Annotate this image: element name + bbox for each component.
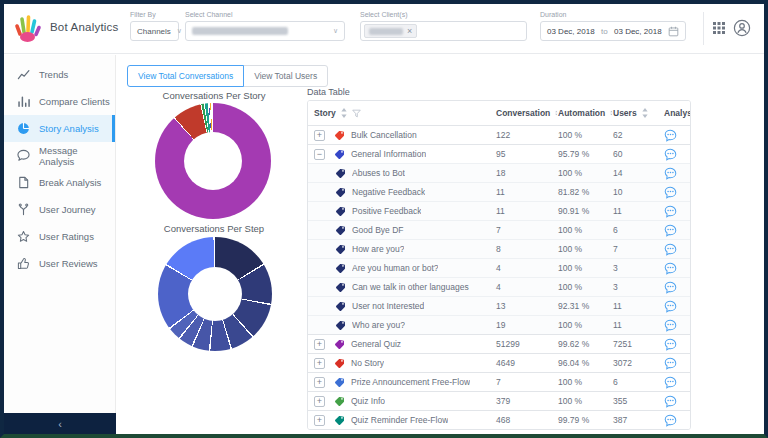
collapse-icon[interactable]: −	[314, 149, 325, 160]
tab-view-total-conversations[interactable]: View Total Conversations	[127, 65, 244, 87]
client-tag: ×	[364, 24, 417, 38]
analyse-chat-icon[interactable]	[664, 148, 677, 161]
tag-icon	[334, 358, 345, 369]
sidebar-item-compare-clients[interactable]: Compare Clients	[4, 88, 115, 115]
table-row: +Quiz Reminder Free-Flow46899.79 %387	[308, 410, 690, 429]
sidebar-collapse-bar[interactable]: ‹	[4, 413, 116, 434]
sidebar-item-label: Break Analysis	[39, 177, 101, 188]
table-row: −General Information9595.79 %60	[308, 144, 690, 163]
expand-icon[interactable]: +	[314, 358, 325, 369]
sidebar-item-story-analysis[interactable]: Story Analysis	[4, 115, 115, 142]
tag-icon	[335, 301, 346, 312]
sidebar-item-user-reviews[interactable]: User Reviews	[4, 250, 115, 277]
analyse-chat-icon[interactable]	[664, 357, 677, 370]
automation-value: 100 %	[558, 377, 613, 387]
sidebar-item-break-analysis[interactable]: Break Analysis	[4, 169, 115, 196]
expand-icon[interactable]: +	[314, 377, 325, 388]
user-account-icon[interactable]	[733, 19, 751, 37]
users-value: 11	[613, 320, 656, 330]
automation-value: 92.31 %	[558, 301, 613, 311]
sidebar-item-user-journey[interactable]: User Journey	[4, 196, 115, 223]
sidebar-item-user-ratings[interactable]: User Ratings	[4, 223, 115, 250]
analyse-chat-icon[interactable]	[664, 376, 677, 389]
table-row: +Prize Announcement Free-Flow7100 %6	[308, 372, 690, 391]
analyse-chat-icon[interactable]	[664, 338, 677, 351]
expand-icon[interactable]: +	[314, 339, 325, 350]
sort-icon[interactable]	[341, 108, 347, 118]
apps-grid-icon[interactable]	[712, 21, 726, 35]
analyse-chat-icon[interactable]	[664, 129, 677, 142]
tag-icon	[335, 244, 346, 255]
automation-value: 100 %	[558, 282, 613, 292]
story-name: Can we talk in other languages	[352, 282, 469, 292]
users-value: 14	[613, 168, 656, 178]
col-header-users: Users	[613, 108, 637, 118]
filter-by-label: Filter By	[130, 11, 179, 18]
analyse-chat-icon[interactable]	[664, 281, 677, 294]
sort-icon[interactable]	[642, 108, 648, 118]
sidebar: TrendsCompare ClientsStory AnalysisMessa…	[4, 55, 116, 434]
sidebar-item-trends[interactable]: Trends	[4, 61, 115, 88]
analyse-chat-icon[interactable]	[664, 414, 677, 427]
select-channel-input[interactable]: ∨	[185, 21, 345, 41]
select-channel-label: Select Channel	[185, 11, 345, 18]
select-clients-input[interactable]: ×	[360, 21, 527, 41]
table-header-row: Story Conversation Automation Users	[308, 101, 690, 125]
analyse-chat-icon[interactable]	[664, 224, 677, 237]
automation-value: 99.62 %	[558, 339, 613, 349]
expand-icon[interactable]: +	[314, 396, 325, 407]
story-name: Bulk Cancellation	[351, 130, 417, 140]
analyse-chat-icon[interactable]	[664, 205, 677, 218]
story-name: Abuses to Bot	[352, 168, 405, 178]
redacted-channel-text	[192, 27, 288, 35]
table-row: Negative Feedback1181.82 %10	[308, 182, 690, 201]
automation-value: 100 %	[558, 320, 613, 330]
story-name: Prize Announcement Free-Flow	[351, 377, 470, 387]
duration-range-picker[interactable]: 03 Dec, 2018 to 03 Dec, 2018	[540, 21, 686, 41]
sidebar-nav: TrendsCompare ClientsStory AnalysisMessa…	[4, 61, 115, 277]
conversation-value: 7	[496, 225, 558, 235]
date-from[interactable]: 03 Dec, 2018	[547, 27, 595, 36]
filter-icon[interactable]	[352, 109, 361, 118]
remove-client-icon[interactable]: ×	[407, 27, 412, 36]
automation-value: 100 %	[558, 130, 613, 140]
analyse-chat-icon[interactable]	[664, 167, 677, 180]
collapse-arrow-icon: ‹	[58, 418, 62, 430]
story-name: General Quiz	[351, 339, 401, 349]
table-row: +Quiz Info379100 %355	[308, 391, 690, 410]
analyse-chat-icon[interactable]	[664, 395, 677, 408]
brand-logo-hand-icon	[14, 13, 42, 43]
sidebar-item-label: Trends	[39, 69, 68, 80]
table-row: +Bulk Cancellation122100 %62	[308, 125, 690, 144]
expand-icon[interactable]: +	[314, 130, 325, 141]
date-to[interactable]: 03 Dec, 2018	[614, 27, 662, 36]
users-value: 7251	[613, 339, 656, 349]
sidebar-item-message-analysis[interactable]: Message Analysis	[4, 142, 115, 169]
analyse-chat-icon[interactable]	[664, 186, 677, 199]
filter-by-select[interactable]: Channels ∨	[130, 21, 179, 41]
col-header-analyse: Analyse	[664, 108, 691, 118]
tag-icon	[335, 225, 346, 236]
users-value: 7	[613, 244, 656, 254]
duration-label: Duration	[540, 11, 686, 18]
chart-title-conversations-per-step: Conversations Per Step	[133, 223, 295, 234]
analyse-chat-icon[interactable]	[664, 319, 677, 332]
table-row: Who are you?19100 %11	[308, 315, 690, 334]
table-row: Are you human or bot?4100 %3	[308, 258, 690, 277]
analyse-chat-icon[interactable]	[664, 300, 677, 313]
message-icon	[17, 149, 30, 162]
sidebar-item-label: Story Analysis	[39, 123, 99, 134]
automation-value: 100 %	[558, 263, 613, 273]
analyse-chat-icon[interactable]	[664, 243, 677, 256]
tab-view-total-users[interactable]: View Total Users	[243, 65, 328, 87]
header-divider	[703, 12, 704, 45]
conversation-value: 8	[496, 244, 558, 254]
expand-icon[interactable]: +	[314, 415, 325, 426]
analyse-chat-icon[interactable]	[664, 262, 677, 275]
app-window: Bot Analytics Filter By Channels ∨ Selec…	[0, 0, 768, 438]
story-name: No Story	[351, 358, 384, 368]
chart-title-conversations-per-story: Conversations Per Story	[133, 90, 295, 101]
conversation-value: 122	[496, 130, 558, 140]
tag-icon	[335, 206, 346, 217]
col-header-conversation: Conversation	[496, 108, 550, 118]
